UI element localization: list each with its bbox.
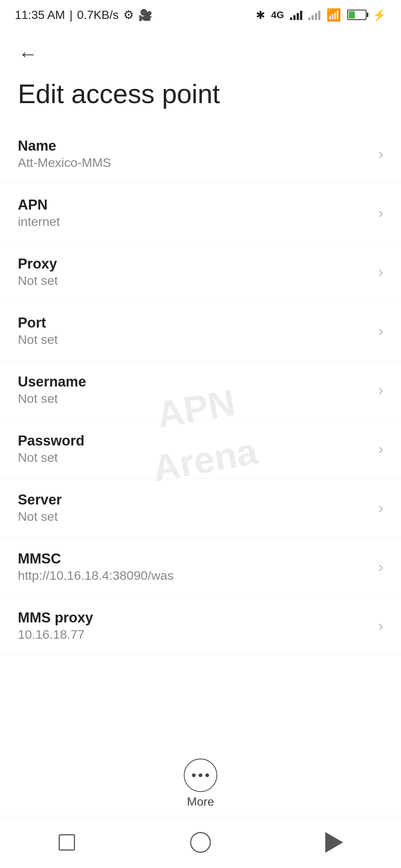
- chevron-right-mms-proxy: ›: [378, 618, 383, 634]
- item-text-mms-proxy: MMS proxy 10.16.18.77: [18, 610, 371, 642]
- status-bar: 11:35 AM | 0.7KB/s ⚙ 🎥 ✱ 4G 📶 ⚡: [0, 0, 401, 30]
- chevron-right-name: ›: [378, 146, 383, 162]
- status-left: 11:35 AM | 0.7KB/s ⚙ 🎥: [15, 8, 152, 22]
- settings-item-proxy[interactable]: Proxy Not set ›: [0, 243, 401, 302]
- signal-bars-2: [308, 10, 320, 20]
- settings-item-username[interactable]: Username Not set ›: [0, 361, 401, 420]
- item-value-port: Not set: [18, 332, 371, 347]
- home-icon: [190, 832, 211, 853]
- settings-item-server[interactable]: Server Not set ›: [0, 479, 401, 537]
- nav-back-button[interactable]: [319, 828, 349, 857]
- signal-bars-1: [290, 10, 302, 20]
- chevron-right-mmsc: ›: [378, 559, 383, 575]
- page-title: Edit access point: [0, 70, 401, 125]
- recents-icon: [59, 834, 75, 851]
- settings-item-apn[interactable]: APN internet ›: [0, 184, 401, 243]
- item-label-port: Port: [18, 315, 371, 331]
- network-4g-icon: 4G: [271, 9, 284, 21]
- settings-list: Name Att-Mexico-MMS › APN internet › Pro…: [0, 125, 401, 655]
- item-text-username: Username Not set: [18, 374, 371, 406]
- chevron-right-port: ›: [378, 323, 383, 339]
- chevron-right-proxy: ›: [378, 264, 383, 280]
- item-text-port: Port Not set: [18, 315, 371, 347]
- chevron-right-username: ›: [378, 382, 383, 398]
- wifi-icon: 📶: [326, 8, 341, 22]
- item-text-apn: APN internet: [18, 197, 371, 229]
- more-label: More: [187, 795, 214, 809]
- dot-1: [192, 773, 196, 777]
- settings-item-mmsc[interactable]: MMSC http://10.16.18.4:38090/was ›: [0, 537, 401, 596]
- item-label-apn: APN: [18, 197, 371, 213]
- item-value-password: Not set: [18, 450, 371, 465]
- back-icon: [325, 832, 343, 853]
- bottom-nav: [0, 816, 401, 868]
- item-text-name: Name Att-Mexico-MMS: [18, 138, 371, 170]
- chevron-right-password: ›: [378, 441, 383, 457]
- item-label-username: Username: [18, 374, 371, 390]
- item-label-password: Password: [18, 433, 371, 449]
- item-value-server: Not set: [18, 509, 371, 524]
- dot-3: [205, 773, 209, 777]
- item-text-server: Server Not set: [18, 492, 371, 524]
- settings-item-name[interactable]: Name Att-Mexico-MMS ›: [0, 125, 401, 184]
- nav-home-button[interactable]: [186, 828, 215, 857]
- item-value-username: Not set: [18, 391, 371, 406]
- back-button[interactable]: ←: [15, 41, 41, 67]
- item-value-mmsc: http://10.16.18.4:38090/was: [18, 568, 371, 583]
- settings-item-password[interactable]: Password Not set ›: [0, 420, 401, 479]
- item-label-name: Name: [18, 138, 371, 154]
- item-text-mmsc: MMSC http://10.16.18.4:38090/was: [18, 551, 371, 583]
- item-value-name: Att-Mexico-MMS: [18, 155, 371, 170]
- item-label-mms-proxy: MMS proxy: [18, 610, 371, 626]
- battery-indicator: [347, 10, 366, 20]
- speed-display: |: [69, 8, 72, 22]
- item-value-proxy: Not set: [18, 273, 371, 288]
- item-label-server: Server: [18, 492, 371, 508]
- status-right: ✱ 4G 📶 ⚡: [256, 8, 386, 22]
- chevron-right-apn: ›: [378, 205, 383, 221]
- item-value-mms-proxy: 10.16.18.77: [18, 627, 371, 642]
- charge-icon: ⚡: [372, 9, 386, 22]
- more-dots-icon: [192, 773, 209, 777]
- settings-item-port[interactable]: Port Not set ›: [0, 302, 401, 361]
- chevron-right-server: ›: [378, 500, 383, 516]
- more-button[interactable]: More: [184, 759, 217, 809]
- item-label-mmsc: MMSC: [18, 551, 371, 567]
- back-arrow-icon: ←: [18, 44, 38, 63]
- settings-item-mms-proxy[interactable]: MMS proxy 10.16.18.77 ›: [0, 596, 401, 655]
- bluetooth-icon: ✱: [256, 9, 265, 22]
- time-display: 11:35 AM: [15, 8, 65, 22]
- camera-icon: 🎥: [138, 9, 152, 22]
- item-text-proxy: Proxy Not set: [18, 256, 371, 288]
- more-circle-icon: [184, 759, 217, 792]
- top-nav: ←: [0, 30, 401, 70]
- item-text-password: Password Not set: [18, 433, 371, 465]
- item-label-proxy: Proxy: [18, 256, 371, 272]
- nav-recents-button[interactable]: [52, 828, 82, 857]
- network-speed: 0.7KB/s: [77, 8, 119, 22]
- settings-icon: ⚙: [123, 8, 134, 22]
- item-value-apn: internet: [18, 214, 371, 229]
- dot-2: [199, 773, 202, 777]
